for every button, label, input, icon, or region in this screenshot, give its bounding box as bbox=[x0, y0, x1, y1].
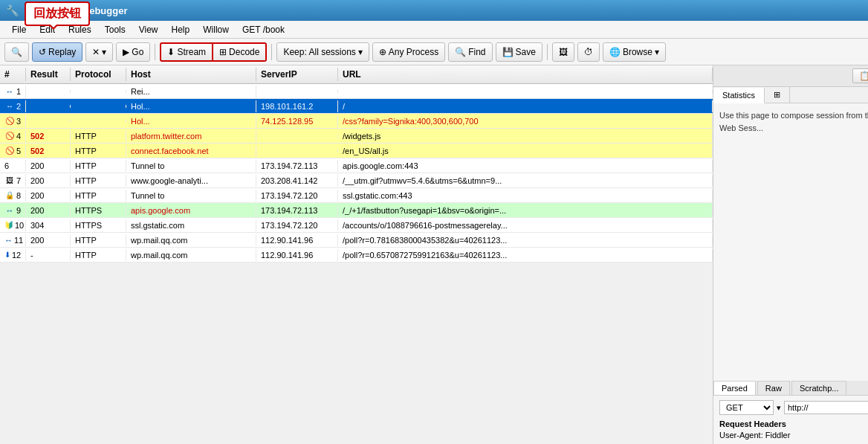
search-button[interactable]: 🔍 bbox=[4, 42, 29, 62]
title-bar: 🔧 Fiddler Web Debugger bbox=[0, 0, 868, 21]
cell-result: - bbox=[26, 249, 71, 261]
close-button[interactable]: ✕ ▾ bbox=[85, 42, 113, 62]
cell-host: Tunnel to bbox=[126, 160, 256, 172]
app-icon: 🔧 bbox=[6, 4, 19, 16]
replay-button[interactable]: ↺ Replay bbox=[32, 42, 82, 62]
cell-protocol: HTTP bbox=[71, 130, 126, 142]
dropdown-arrow-icon: ▾ bbox=[777, 403, 781, 413]
table-row[interactable]: 6 200 HTTP Tunnel to 173.194.72.113 apis… bbox=[0, 158, 713, 173]
cell-num: ↔ 11 bbox=[0, 234, 26, 246]
tab-statistics[interactable]: Statistics bbox=[713, 88, 765, 103]
arrows-icon: ↔ bbox=[4, 206, 15, 215]
menu-get-book[interactable]: GET /book bbox=[236, 23, 291, 36]
globe-icon: 🌐 bbox=[609, 47, 621, 57]
cell-num: ↔ 2 bbox=[0, 100, 26, 112]
table-row[interactable]: ↔ 9 200 HTTPS apis.google.com 173.194.72… bbox=[0, 203, 713, 218]
cell-num: ⬇ 12 bbox=[0, 249, 26, 261]
right-panel: 📋 Log Statistics ⊞ Use this page to comp… bbox=[713, 65, 868, 444]
down-icon: ⬇ bbox=[4, 251, 10, 259]
cell-protocol: HTTPS bbox=[71, 205, 126, 216]
cell-result: 304 bbox=[26, 219, 71, 231]
menu-view[interactable]: View bbox=[133, 23, 164, 36]
method-select[interactable]: GET POST PUT DELETE bbox=[719, 400, 774, 415]
separator-3 bbox=[547, 44, 548, 60]
stream-button[interactable]: ⬇ Stream bbox=[160, 42, 213, 62]
cell-result: 502 bbox=[26, 130, 71, 142]
cell-protocol bbox=[71, 90, 126, 93]
cell-num: 🚫 3 bbox=[0, 115, 26, 127]
menu-help[interactable]: Help bbox=[166, 23, 196, 36]
decode-icon: ⊞ bbox=[219, 47, 227, 57]
right-panel-header: 📋 Log bbox=[713, 65, 868, 87]
annotation-box: 回放按钮 bbox=[25, 1, 90, 26]
col-header-result: Result bbox=[26, 68, 71, 81]
error-icon: 🚫 bbox=[4, 132, 15, 140]
any-process-button[interactable]: ⊕ Any Process bbox=[372, 42, 445, 62]
tab-parsed[interactable]: Parsed bbox=[713, 381, 756, 395]
tab-extra[interactable]: ⊞ bbox=[765, 87, 790, 103]
tab-scratchpad[interactable]: Scratchp... bbox=[791, 381, 847, 395]
cell-num: 🚫 4 bbox=[0, 130, 26, 142]
find-icon: 🔍 bbox=[455, 47, 466, 57]
table-row[interactable]: ↔ 2 Hol... 198.101.161.2 / bbox=[0, 99, 713, 114]
cell-host: platform.twitter.com bbox=[126, 130, 256, 142]
cell-protocol: HTTP bbox=[71, 190, 126, 202]
cell-num: 🔰 10 bbox=[0, 219, 26, 231]
browse-button[interactable]: 🌐 Browse ▾ bbox=[603, 42, 666, 62]
log-button[interactable]: 📋 Log bbox=[852, 68, 868, 83]
table-row[interactable]: 🔒 8 200 HTTP Tunnel to 173.194.72.120 ss… bbox=[0, 188, 713, 203]
cell-host: Tunnel to bbox=[126, 190, 256, 202]
cell-protocol: HTTPS bbox=[71, 219, 126, 231]
icon-btn-2[interactable]: ⏱ bbox=[577, 42, 600, 62]
cell-url: /poll?r=0.6570872759912163&u=40261123... bbox=[338, 249, 713, 261]
go-button[interactable]: ▶ Go bbox=[116, 42, 150, 62]
col-header-num: # bbox=[0, 68, 26, 81]
table-row[interactable]: 🚫 5 502 HTTP connect.facebook.net /en_US… bbox=[0, 144, 713, 158]
table-row[interactable]: 🔰 10 304 HTTPS ssl.gstatic.com 173.194.7… bbox=[0, 218, 713, 233]
sessions-panel: # Result Protocol Host ServerIP URL ↔ 1 … bbox=[0, 65, 713, 444]
keep-sessions-button[interactable]: Keep: All sessions ▾ bbox=[276, 42, 369, 62]
table-row[interactable]: ↔ 11 200 HTTP wp.mail.qq.com 112.90.141.… bbox=[0, 233, 713, 248]
arrows-icon: ↔ bbox=[4, 236, 13, 245]
cell-serverip: 112.90.141.96 bbox=[256, 249, 338, 261]
cell-host: Hol... bbox=[126, 115, 256, 127]
icon-btn-1[interactable]: 🖼 bbox=[552, 42, 574, 62]
cell-serverip: 198.101.161.2 bbox=[256, 100, 338, 112]
main-content: # Result Protocol Host ServerIP URL ↔ 1 … bbox=[0, 65, 868, 444]
separator-1 bbox=[155, 44, 155, 60]
compose-area: GET POST PUT DELETE ▾ Request Headers Us… bbox=[713, 396, 868, 444]
cell-serverip bbox=[256, 149, 338, 152]
image-icon: 🖼 bbox=[4, 176, 15, 184]
tab-raw[interactable]: Raw bbox=[757, 381, 790, 395]
col-header-url: URL bbox=[338, 68, 713, 81]
cell-url: /__utm.gif?utmwv=5.4.6&utms=6&utmn=9... bbox=[338, 175, 713, 187]
arrows-icon: ↔ bbox=[4, 87, 15, 96]
url-input[interactable] bbox=[784, 401, 868, 414]
find-button[interactable]: 🔍 Find bbox=[448, 42, 492, 62]
sessions-table-body: ↔ 1 Rei... ↔ 2 Hol... 198.101.161.2 bbox=[0, 84, 713, 444]
table-row[interactable]: 🖼 7 200 HTTP www.google-analyti... 203.2… bbox=[0, 173, 713, 188]
table-row[interactable]: 🚫 3 Hol... 74.125.128.95 /css?family=Sig… bbox=[0, 114, 713, 129]
save-button[interactable]: 💾 Save bbox=[496, 42, 542, 62]
cell-serverip: 203.208.41.142 bbox=[256, 175, 338, 187]
table-row[interactable]: 🚫 4 502 HTTP platform.twitter.com /widge… bbox=[0, 129, 713, 144]
cell-host: Hol... bbox=[126, 100, 256, 112]
decode-button[interactable]: ⊞ Decode bbox=[213, 42, 267, 62]
cell-url: /en_US/all.js bbox=[338, 145, 713, 157]
cell-serverip: 173.194.72.113 bbox=[256, 205, 338, 216]
table-row[interactable]: ⬇ 12 - HTTP wp.mail.qq.com 112.90.141.96… bbox=[0, 248, 713, 263]
cell-protocol: HTTP bbox=[71, 249, 126, 261]
cell-host: www.google-analyti... bbox=[126, 175, 256, 187]
lock-icon: 🔒 bbox=[4, 191, 15, 199]
cell-host: connect.facebook.net bbox=[126, 145, 256, 157]
shield-icon: 🔰 bbox=[4, 221, 13, 229]
menu-tools[interactable]: Tools bbox=[99, 23, 132, 36]
menu-willow[interactable]: Willow bbox=[197, 23, 235, 36]
cell-url: /_/+1/fastbutton?usegapi=1&bsv=o&origin=… bbox=[338, 205, 713, 216]
process-icon: ⊕ bbox=[379, 47, 386, 57]
table-row[interactable]: ↔ 1 Rei... bbox=[0, 84, 713, 99]
cell-result bbox=[26, 90, 71, 93]
cell-url: / bbox=[338, 100, 713, 112]
cell-url: /widgets.js bbox=[338, 130, 713, 142]
cell-serverip: 74.125.128.95 bbox=[256, 115, 338, 127]
